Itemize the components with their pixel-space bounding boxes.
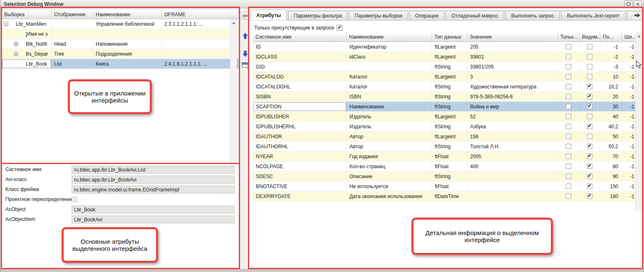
cell-only-checkbox[interactable] (566, 184, 571, 189)
tree-row[interactable]: +Btk_NotifiHeadНапоминания (2, 39, 240, 49)
property-value-field[interactable]: ru.bitec.app.lbr.Lbr_BookAvi (72, 176, 235, 184)
cell-visible-checkbox[interactable] (587, 74, 592, 79)
cell-only-checkbox[interactable] (566, 84, 571, 89)
cell-value[interactable]: 3 (467, 72, 558, 81)
arrow-up-icon[interactable] (241, 32, 249, 39)
cell-visible-checkbox[interactable] (587, 64, 592, 69)
tree-cell-oframe[interactable] (162, 39, 240, 49)
cell-visible-checkbox[interactable] (587, 134, 592, 139)
cell-position[interactable]: 150 (600, 181, 622, 191)
cell-system-name[interactable]: IDPUBLISHERHL (253, 122, 347, 131)
cell-position[interactable]: 20 (600, 92, 622, 101)
cell-caption[interactable]: Дата окончания использования (347, 191, 432, 201)
cell-caption[interactable]: Издатель (347, 122, 432, 131)
cell-caption[interactable]: Издатель (347, 112, 432, 121)
cell-position[interactable]: 160 (600, 191, 622, 201)
attribute-row[interactable]: DEXPIRYDATEДата окончания использованияf… (253, 191, 638, 201)
cell-visible-checkbox[interactable] (587, 194, 592, 199)
cell-caption[interactable]: Год издания (347, 152, 432, 161)
tree-scrollbar[interactable] (230, 19, 237, 163)
cell-position[interactable]: -3 (600, 62, 622, 71)
attribute-row[interactable]: IDИдентификаторftLargeint205-1-1 (253, 42, 638, 52)
cell-system-name[interactable]: BNOTACTIVE (253, 181, 347, 191)
cell-only-checkbox[interactable] (566, 144, 571, 149)
cell-position[interactable]: 80 (600, 162, 622, 171)
cell-visible-checkbox[interactable] (587, 44, 592, 49)
cell-caption[interactable]: ISBN (347, 92, 432, 101)
minus-expander-icon[interactable]: − (4, 22, 8, 26)
cell-data-type[interactable]: ftFloat (432, 181, 467, 191)
cell-data-type[interactable]: ftLargeint (432, 42, 467, 51)
attr-column-header[interactable]: Тип данных (432, 32, 467, 42)
tree-row[interactable]: +Bs_DeparTreeПодразделения (2, 49, 240, 59)
tree-cell-caption[interactable]: Подразделения (93, 49, 162, 59)
cell-value[interactable] (467, 191, 558, 201)
tab-атрибуты[interactable]: Атрибуты (250, 10, 287, 20)
cell-position[interactable]: 30 (600, 102, 622, 111)
cell-value[interactable]: 52 (467, 112, 558, 121)
tree-column-header[interactable]: Выборка (2, 10, 52, 19)
attribute-row[interactable]: IDPUBLISHERИздательftLargeint5240-1 (253, 112, 638, 122)
cell-only-checkbox[interactable] (566, 114, 571, 119)
cell-data-type[interactable]: ftString (432, 92, 467, 101)
cell-system-name[interactable]: IDAUTHORHL (253, 142, 347, 151)
cell-caption[interactable]: Кол-во страниц (347, 162, 432, 171)
cell-system-name[interactable]: SCAPTION (253, 102, 347, 111)
plus-expander-icon[interactable]: + (14, 42, 18, 46)
only-present-in-query-checkbox[interactable] (337, 25, 342, 31)
scroll-up-icon[interactable] (232, 22, 235, 24)
cell-system-name[interactable]: NCOLPAGE (253, 162, 347, 171)
tree-row[interactable]: −Lbr_MainMenУправление библиотекой2.3.1.… (2, 19, 240, 29)
tab-отладочный-макрос[interactable]: Отладочный макрос (446, 11, 504, 20)
cell-position[interactable]: -1 (600, 42, 622, 51)
cell-caption[interactable] (347, 62, 432, 71)
cell-caption[interactable]: Автор (347, 132, 432, 141)
tree-cell-caption[interactable] (93, 29, 162, 39)
tree-cell-name[interactable]: +Btk_Notifi (2, 39, 52, 49)
close-icon[interactable]: × (634, 0, 642, 7)
cell-value[interactable]: 978-5-389-06256-6 (467, 92, 558, 101)
cell-visible-checkbox[interactable] (587, 104, 592, 109)
cell-system-name[interactable]: IDCLASS (253, 52, 347, 61)
cell-position[interactable]: 50 (600, 132, 622, 141)
attr-column-header[interactable]: Наименование (347, 32, 432, 42)
cell-visible-checkbox[interactable] (587, 84, 592, 89)
cell-visible-checkbox[interactable] (587, 144, 592, 149)
maximize-icon[interactable] (624, 0, 633, 7)
attr-column-header[interactable]: По... (600, 32, 622, 42)
attribute-row[interactable]: IDCATALOGHLКаталогftStringХудожественная… (253, 82, 638, 92)
cell-only-checkbox[interactable] (566, 124, 571, 129)
cell-caption[interactable]: Автор (347, 142, 432, 151)
cell-only-checkbox[interactable] (566, 74, 571, 79)
tree-row[interactable]: [Имя не з (2, 29, 240, 39)
cell-value[interactable]: 205 (467, 42, 558, 51)
cell-caption[interactable]: Каталог (347, 72, 432, 81)
attr-column-header[interactable]: Системное имя (253, 32, 347, 42)
cell-caption[interactable]: Описание (347, 172, 432, 181)
tree-column-header[interactable]: Отображение (52, 10, 93, 19)
tree-cell-caption[interactable]: Управление библиотекой (93, 19, 162, 29)
project-override-checkbox[interactable] (72, 196, 77, 202)
cell-only-checkbox[interactable] (566, 94, 571, 99)
cell-data-type[interactable]: ftString (432, 172, 467, 181)
cell-only-checkbox[interactable] (566, 194, 571, 199)
cell-system-name[interactable]: ID (253, 42, 347, 51)
cell-value[interactable]: Война и мир (467, 102, 558, 111)
cell-position[interactable]: 70 (600, 152, 622, 161)
tab-параметры-выборки[interactable]: Параметры выборки (349, 11, 408, 20)
cell-data-type[interactable]: ftLargeint (432, 52, 467, 61)
cell-only-checkbox[interactable] (566, 54, 571, 59)
arrow-right-icon[interactable] (633, 11, 642, 20)
cell-caption[interactable]: Каталог (347, 82, 432, 91)
tree-cell-name[interactable]: [Имя не з (2, 29, 52, 39)
attr-column-header[interactable]: Тольк... (558, 32, 580, 42)
attr-column-header[interactable]: Видим... (580, 32, 600, 42)
tree-cell-display[interactable] (52, 29, 93, 39)
tree-row[interactable]: Lbr_BookListКнига2.4.1.6.1.2.1.1.1: ... (2, 59, 240, 69)
tree-column-header[interactable]: Наименование (93, 10, 162, 19)
attributes-scrollbar[interactable] (635, 32, 642, 211)
attribute-row[interactable]: IDAUTHORHLАвторftStringТолстой Л.Н.50,2-… (253, 142, 638, 152)
tab-параметры-фильтра[interactable]: Параметры фильтра (288, 11, 347, 20)
cell-only-checkbox[interactable] (566, 164, 571, 169)
cell-caption[interactable]: Не используется (347, 181, 432, 191)
